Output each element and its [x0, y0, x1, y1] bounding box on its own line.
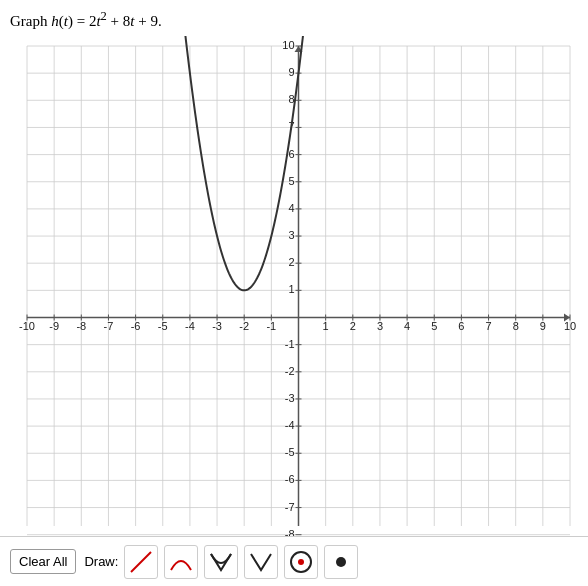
parabola-down-icon [207, 548, 235, 576]
parabola-up-icon [167, 548, 195, 576]
title-text: Graph h(t) = 2t2 + 8t + 9. [10, 13, 162, 29]
clear-all-button[interactable]: Clear All [10, 549, 76, 574]
svg-line-0 [131, 552, 151, 572]
parabola-down-tool-button[interactable] [204, 545, 238, 579]
line-tool-button[interactable] [124, 545, 158, 579]
svg-point-3 [336, 557, 346, 567]
check-icon [247, 548, 275, 576]
title: Graph h(t) = 2t2 + 8t + 9. [0, 0, 588, 36]
parabola-up-tool-button[interactable] [164, 545, 198, 579]
circle-dot-icon [287, 548, 315, 576]
circle-dot-tool-button[interactable] [284, 545, 318, 579]
draw-label: Draw: [84, 554, 118, 569]
svg-point-2 [298, 559, 304, 565]
line-icon [127, 548, 155, 576]
toolbar: Clear All Draw: [0, 536, 588, 586]
check-tool-button[interactable] [244, 545, 278, 579]
dot-tool-button[interactable] [324, 545, 358, 579]
dot-icon [327, 548, 355, 576]
graph-area [0, 36, 588, 536]
